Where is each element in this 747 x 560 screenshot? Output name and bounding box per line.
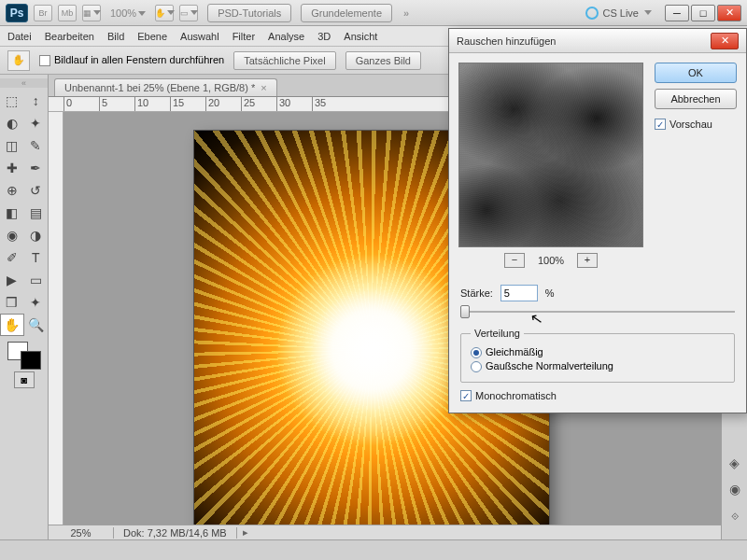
ruler-vertical [49,112,63,525]
3d-camera-tool-icon[interactable]: ✦ [24,291,49,314]
zoom-tool-icon[interactable]: 🔍 [24,314,49,336]
eyedropper-tool-icon[interactable]: ✎ [24,134,49,157]
menu-filter[interactable]: Filter [233,31,255,42]
healing-tool-icon[interactable]: ✚ [0,157,24,179]
workspace-grundelemente[interactable]: Grundelemente [301,4,392,22]
window-close-button[interactable]: ✕ [717,5,741,21]
preview-zoom-label: 100% [538,255,564,266]
stamp-tool-icon[interactable]: ⊕ [0,179,24,202]
menu-bearbeiten[interactable]: Bearbeiten [45,31,94,42]
dialog-preview[interactable] [458,63,643,247]
menu-auswahl[interactable]: Auswahl [180,31,219,42]
magic-wand-tool-icon[interactable]: ✦ [24,112,49,134]
ok-button[interactable]: OK [655,63,737,83]
monochromatic-checkbox[interactable]: ✓Monochromatisch [460,390,735,401]
fit-whole-image-button[interactable]: Ganzes Bild [345,51,421,70]
add-noise-dialog: Rauschen hinzufügen ✕ − 100% + OK Abbrec… [448,28,747,413]
document-tab[interactable]: Unbenannt-1 bei 25% (Ebene 1, RGB/8) *× [54,78,277,96]
hand-mode-icon[interactable]: ✋ [155,5,174,21]
hand-tool-icon[interactable]: ✋ [0,314,24,336]
menu-3d[interactable]: 3D [317,31,331,42]
app-status-bar [0,539,747,560]
cs-live-icon [585,7,599,20]
actual-pixels-button[interactable]: Tatsächliche Pixel [233,51,335,70]
window-minimize-button[interactable]: ─ [665,5,689,21]
palette-expand-icon[interactable]: « [0,78,48,88]
layers-panel-icon[interactable]: ◈ [726,454,744,472]
doc-zoom-field[interactable]: 25% [49,527,114,539]
distribution-legend: Verteilung [471,328,524,339]
color-swatches[interactable] [7,342,41,370]
marquee-tool-icon[interactable]: ⬚ [0,90,24,112]
dialog-titlebar[interactable]: Rauschen hinzufügen ✕ [449,29,746,53]
cancel-button[interactable]: Abbrechen [655,89,737,109]
menu-ebene[interactable]: Ebene [137,31,167,42]
view-grid-icon[interactable]: ▦ [82,5,101,21]
quickmask-button[interactable]: ◙ [14,371,35,388]
history-brush-tool-icon[interactable]: ↺ [24,179,49,202]
paths-panel-icon[interactable]: ⟐ [726,506,744,525]
preview-zoom-in-button[interactable]: + [577,253,598,268]
minibridge-button[interactable]: Mb [58,5,77,21]
workspace-more-icon[interactable]: » [403,7,409,19]
distribution-uniform-radio[interactable]: Gleichmäßig [471,346,725,358]
brush-tool-icon[interactable]: ✒ [24,157,49,179]
bridge-button[interactable]: Br [34,5,52,21]
menu-ansicht[interactable]: Ansicht [344,31,377,42]
close-tab-icon[interactable]: × [261,82,266,93]
pen-tool-icon[interactable]: ✐ [0,246,24,269]
menu-analyse[interactable]: Analyse [268,31,304,42]
percent-label: % [545,287,555,299]
app-bar: Ps Br Mb ▦ 100% ✋ ▭ PSD-Tutorials Grunde… [0,0,747,26]
3d-tool-icon[interactable]: ❒ [0,291,24,314]
dialog-close-button[interactable]: ✕ [711,33,739,49]
background-swatch[interactable] [21,351,41,370]
move-tool-icon[interactable]: ↕ [24,90,49,112]
current-tool-hand-icon[interactable]: ✋ [7,50,30,71]
ps-logo-icon[interactable]: Ps [6,4,28,22]
blur-tool-icon[interactable]: ◉ [0,224,24,246]
distribution-fieldset: Verteilung Gleichmäßig Gaußsche Normalve… [460,328,735,383]
document-status-bar: 25% Dok: 7,32 MB/14,6 MB ▸ [49,525,721,539]
doc-size-label[interactable]: Dok: 7,32 MB/14,6 MB [114,527,237,539]
distribution-gaussian-radio[interactable]: Gaußsche Normalverteilung [471,360,725,372]
menu-datei[interactable]: Datei [7,31,32,42]
window-maximize-button[interactable]: □ [691,5,715,21]
dodge-tool-icon[interactable]: ◑ [24,224,49,246]
strength-label: Stärke: [460,287,493,299]
lasso-tool-icon[interactable]: ◐ [0,112,24,134]
cs-live-button[interactable]: CS Live [585,7,652,20]
channels-panel-icon[interactable]: ◉ [726,480,744,498]
eraser-tool-icon[interactable]: ◧ [0,202,24,224]
scroll-all-windows-checkbox[interactable]: Bildlauf in allen Fenstern durchführen [39,54,224,66]
slider-thumb[interactable] [460,305,470,318]
gradient-tool-icon[interactable]: ▤ [24,202,49,224]
shape-tool-icon[interactable]: ▭ [24,269,49,291]
dialog-title: Rauschen hinzufügen [457,35,556,47]
menu-bild[interactable]: Bild [107,31,124,42]
preview-checkbox[interactable]: ✓Vorschau [655,119,737,130]
crop-tool-icon[interactable]: ◫ [0,134,24,157]
app-zoom-label[interactable]: 100% [110,7,146,19]
type-tool-icon[interactable]: T [24,246,49,269]
preview-zoom-out-button[interactable]: − [504,253,525,268]
screen-mode-icon[interactable]: ▭ [179,5,198,21]
path-select-tool-icon[interactable]: ▶ [0,269,24,291]
strength-input[interactable] [500,285,538,301]
doc-info-chevron-icon[interactable]: ▸ [237,526,254,539]
tool-palette: « ⬚↕ ◐✦ ◫✎ ✚✒ ⊕↺ ◧▤ ◉◑ ✐T ▶▭ ❒✦ ✋🔍 ◙ [0,75,49,539]
workspace-psd-tutorials[interactable]: PSD-Tutorials [207,4,291,22]
strength-slider[interactable] [460,303,735,320]
